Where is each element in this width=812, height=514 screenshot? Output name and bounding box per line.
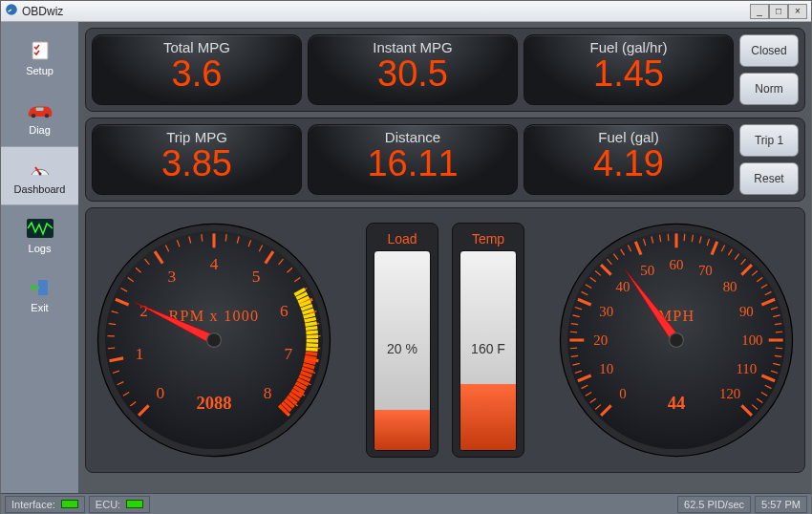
sidebar-item-label: Dashboard xyxy=(14,183,66,195)
svg-point-94 xyxy=(207,333,222,348)
rpm-gauge[interactable]: 012345678RPM x 10002088 xyxy=(96,222,332,459)
display-value: 1.45 xyxy=(593,54,664,95)
display-value: 30.5 xyxy=(377,54,448,95)
svg-line-135 xyxy=(684,234,685,241)
sidebar-item-setup[interactable]: Setup xyxy=(1,28,78,87)
status-pid: 62.5 PID/sec xyxy=(677,496,751,513)
sidebar-item-label: Diag xyxy=(29,124,51,136)
sidebar-item-exit[interactable]: Exit xyxy=(1,265,78,324)
car-icon xyxy=(27,98,53,121)
svg-text:RPM x 1000: RPM x 1000 xyxy=(169,308,260,324)
svg-text:50: 50 xyxy=(640,263,654,278)
svg-text:100: 100 xyxy=(741,332,762,348)
bar-label: Load xyxy=(387,227,417,250)
svg-text:6: 6 xyxy=(280,302,288,320)
bar-value: 160 F xyxy=(460,341,516,356)
svg-point-3 xyxy=(44,113,48,117)
svg-line-108 xyxy=(570,348,577,349)
bar-tube: 160 F xyxy=(459,250,517,451)
svg-text:30: 30 xyxy=(599,304,613,319)
svg-line-18 xyxy=(108,348,115,349)
svg-line-159 xyxy=(776,348,782,349)
sidebar-item-diag[interactable]: Diag xyxy=(1,87,78,146)
svg-rect-7 xyxy=(38,280,48,295)
svg-text:90: 90 xyxy=(739,304,754,319)
close-button[interactable]: × xyxy=(788,4,807,19)
gauge-icon xyxy=(27,158,53,181)
sidebar-item-label: Setup xyxy=(26,65,53,76)
svg-point-5 xyxy=(38,172,41,175)
led-icon xyxy=(61,500,78,508)
svg-rect-4 xyxy=(35,107,43,111)
load-bar[interactable]: Load 20 % xyxy=(366,223,438,458)
bar-label: Temp xyxy=(472,227,504,250)
trip1-button[interactable]: Trip 1 xyxy=(739,124,799,157)
mph-gauge[interactable]: 0102030405060708090100110120MPH44 xyxy=(558,222,795,459)
svg-text:20: 20 xyxy=(593,332,608,348)
app-window: OBDwiz _ □ × Setup Diag xyxy=(0,0,812,514)
status-ecu-label: ECU: xyxy=(96,499,120,510)
svg-text:80: 80 xyxy=(723,279,737,294)
maximize-button[interactable]: □ xyxy=(769,4,788,19)
bottom-panel: 012345678RPM x 10002088 Load 20 % Temp xyxy=(85,207,805,473)
waveform-icon xyxy=(27,217,53,240)
display-value: 4.19 xyxy=(593,143,664,184)
svg-text:60: 60 xyxy=(670,257,684,272)
svg-point-174 xyxy=(670,333,684,348)
display-trip-mpg[interactable]: Trip MPG 3.85 xyxy=(92,124,302,195)
svg-line-74 xyxy=(306,349,317,350)
svg-text:7: 7 xyxy=(284,345,292,363)
svg-text:0: 0 xyxy=(619,386,626,401)
svg-line-132 xyxy=(668,234,669,241)
dashboard-content: Total MPG 3.6 Instant MPG 30.5 Fuel (gal… xyxy=(79,22,811,493)
sidebar-item-dashboard[interactable]: Dashboard xyxy=(1,146,78,205)
svg-text:2: 2 xyxy=(139,302,148,320)
svg-text:44: 44 xyxy=(668,393,686,413)
bar-value: 20 % xyxy=(374,341,430,356)
svg-text:10: 10 xyxy=(599,361,613,376)
minimize-button[interactable]: _ xyxy=(750,4,769,19)
svg-line-68 xyxy=(305,323,316,325)
led-icon xyxy=(126,500,143,508)
sidebar-item-logs[interactable]: Logs xyxy=(1,205,78,265)
svg-line-33 xyxy=(202,234,203,241)
svg-line-36 xyxy=(225,234,226,241)
sidebar: Setup Diag Dashboard Logs xyxy=(1,22,79,493)
display-fuel-gal[interactable]: Fuel (gal) 4.19 xyxy=(524,124,734,195)
norm-button[interactable]: Norm xyxy=(739,73,799,105)
display-total-mpg[interactable]: Total MPG 3.6 xyxy=(92,34,302,105)
exit-icon xyxy=(27,276,53,299)
display-value: 16.11 xyxy=(367,143,458,184)
window-title: OBDwiz xyxy=(22,5,63,18)
bar-fill xyxy=(374,410,430,450)
svg-line-67 xyxy=(305,318,316,321)
svg-line-70 xyxy=(306,332,317,332)
closed-button[interactable]: Closed xyxy=(739,34,799,67)
display-instant-mpg[interactable]: Instant MPG 30.5 xyxy=(308,34,518,105)
svg-text:4: 4 xyxy=(210,255,219,273)
svg-text:110: 110 xyxy=(736,361,757,376)
svg-point-2 xyxy=(31,113,34,117)
temp-bar[interactable]: Temp 160 F xyxy=(452,223,524,458)
mid-panel: Trip MPG 3.85 Distance 16.11 Fuel (gal) … xyxy=(85,118,805,202)
status-interface: Interface: xyxy=(5,496,85,513)
status-ecu: ECU: xyxy=(89,496,150,513)
reset-button[interactable]: Reset xyxy=(739,162,799,195)
display-fuel-galhr[interactable]: Fuel (gal/hr) 1.45 xyxy=(524,34,734,105)
statusbar: Interface: ECU: 62.5 PID/sec 5:57 PM xyxy=(1,493,811,514)
display-value: 3.85 xyxy=(161,143,232,184)
svg-line-76 xyxy=(305,356,316,358)
svg-line-75 xyxy=(306,353,317,354)
svg-text:120: 120 xyxy=(719,386,740,401)
status-interface-label: Interface: xyxy=(11,499,55,510)
svg-line-156 xyxy=(776,332,782,332)
display-distance[interactable]: Distance 16.11 xyxy=(308,124,518,195)
svg-text:40: 40 xyxy=(615,279,630,294)
svg-text:0: 0 xyxy=(157,384,165,402)
svg-text:3: 3 xyxy=(168,268,177,286)
titlebar[interactable]: OBDwiz _ □ × xyxy=(1,1,811,22)
svg-text:8: 8 xyxy=(264,384,272,402)
svg-text:2088: 2088 xyxy=(196,393,231,413)
svg-text:70: 70 xyxy=(698,263,713,278)
sidebar-item-label: Exit xyxy=(31,302,48,313)
